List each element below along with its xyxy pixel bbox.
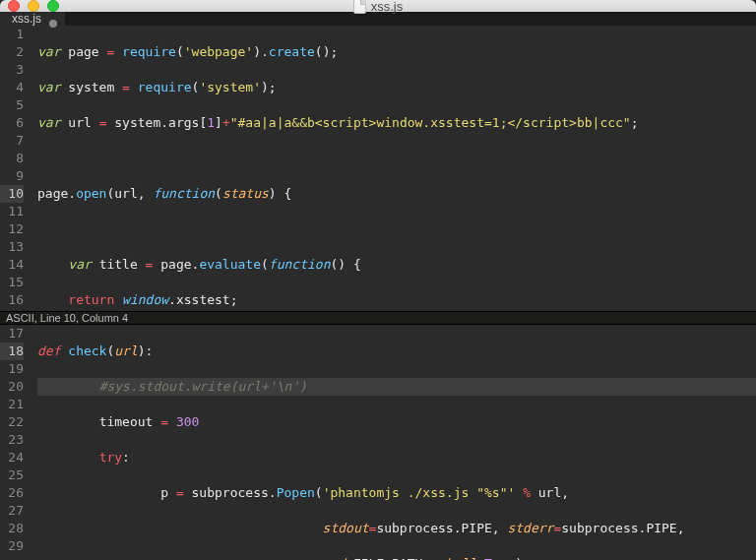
tab-label: xss.js [12,12,41,26]
line-number: 14 [0,256,24,274]
line-number: 22 [0,413,24,431]
editor-window: xss.js xss.js 1 2 3 4 5 6 7 8 9 10 11 12… [0,0,756,560]
zoom-icon[interactable] [47,0,59,12]
line-number: 3 [0,61,24,79]
editor-pane-top[interactable]: 1 2 3 4 5 6 7 8 9 10 11 12 13 14 15 16 v… [0,26,756,311]
dirty-dot-icon [49,20,57,28]
string-literal: 'webpage' [184,44,253,59]
line-number: 27 [0,502,24,520]
window-title: xss.js [0,0,756,14]
line-number: 10 [0,185,24,203]
line-number: 11 [0,203,24,220]
line-number: 16 [0,291,24,309]
line-number: 23 [0,431,24,449]
line-number: 2 [0,43,24,61]
close-icon[interactable] [8,0,20,12]
editor-pane-bottom[interactable]: 17 18 19 20 21 22 23 24 25 26 27 28 29 d… [0,325,756,560]
comment: #sys.stdout.write(url+'\n') [99,379,307,394]
line-number: 26 [0,484,24,502]
line-number: 4 [0,79,24,96]
line-number: 9 [0,167,24,185]
window-titlebar: xss.js [0,0,756,12]
line-number: 12 [0,220,24,238]
line-number: 6 [0,114,24,132]
line-number: 1 [0,26,24,43]
line-number: 21 [0,396,24,413]
line-number: 5 [0,96,24,114]
code-area-bottom[interactable]: def check(url): #sys.stdout.write(url+'\… [33,325,756,560]
traffic-lights [8,0,59,12]
line-number: 25 [0,467,24,484]
string-literal: 'phantomjs ./xss.js "%s"' [323,485,516,500]
line-number: 7 [0,132,24,150]
line-number: 15 [0,274,24,291]
document-icon [353,0,366,14]
minimize-icon[interactable] [28,0,39,12]
code-area-top[interactable]: var page = require('webpage').create(); … [33,26,756,311]
line-number: 17 [0,325,24,342]
line-number: 18 [0,342,24,360]
line-number: 8 [0,150,24,167]
gutter-bottom: 17 18 19 20 21 22 23 24 25 26 27 28 29 [0,325,33,560]
string-literal: "#aa|a|a&&b<script>window.xsstest=1;</sc… [230,115,631,130]
status-text: ASCII, Line 10, Column 4 [6,312,128,324]
line-number: 13 [0,238,24,256]
line-number: 19 [0,360,24,378]
line-number: 28 [0,520,24,537]
line-number: 24 [0,449,24,467]
gutter-top: 1 2 3 4 5 6 7 8 9 10 11 12 13 14 15 16 [0,26,33,311]
line-number: 29 [0,537,24,555]
status-bar: ASCII, Line 10, Column 4 [0,311,756,325]
string-literal: 'system' [199,80,261,94]
title-text: xss.js [371,0,404,14]
line-number: 20 [0,378,24,396]
tab-xss[interactable]: xss.js [0,12,65,26]
tab-bar: xss.js [0,12,756,26]
